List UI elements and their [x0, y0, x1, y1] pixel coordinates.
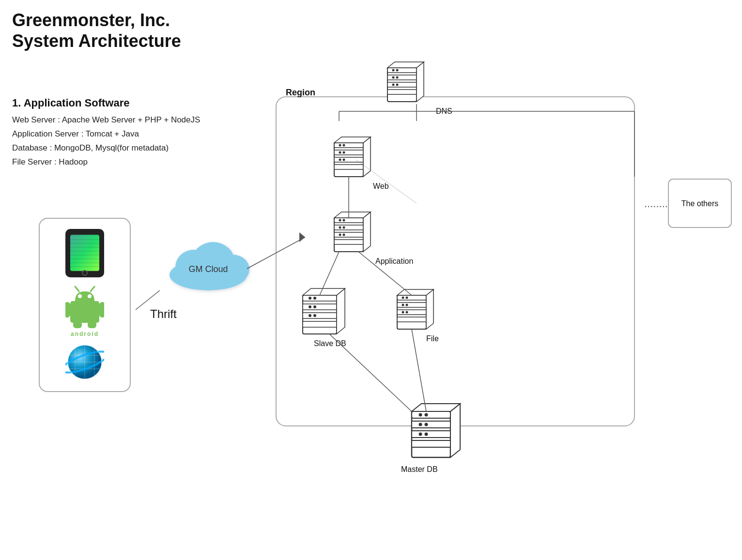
- svg-point-67: [339, 234, 341, 236]
- svg-point-35: [396, 69, 399, 72]
- svg-point-37: [396, 76, 399, 79]
- svg-point-68: [343, 234, 345, 236]
- svg-point-87: [402, 297, 404, 299]
- svg-point-79: [309, 314, 311, 317]
- svg-point-55: [339, 159, 341, 161]
- svg-point-53: [339, 151, 341, 154]
- svg-point-92: [406, 311, 408, 314]
- svg-rect-24: [276, 97, 634, 426]
- svg-text:File: File: [426, 334, 439, 343]
- page: Greenmonster, Inc. System Architecture 1…: [0, 0, 742, 560]
- svg-rect-47: [334, 143, 363, 148]
- svg-text:Application: Application: [375, 257, 413, 265]
- svg-text:........: ........: [644, 197, 668, 210]
- svg-rect-74: [303, 321, 337, 327]
- svg-point-36: [392, 76, 395, 79]
- svg-point-91: [402, 311, 404, 314]
- svg-text:Slave DB: Slave DB: [314, 339, 346, 348]
- svg-rect-83: [397, 295, 426, 300]
- svg-point-100: [425, 413, 428, 417]
- svg-point-66: [343, 227, 345, 229]
- svg-rect-32: [387, 82, 417, 87]
- svg-line-109: [329, 334, 412, 411]
- svg-point-89: [402, 304, 404, 306]
- svg-rect-49: [334, 157, 363, 162]
- svg-point-56: [343, 159, 345, 161]
- svg-rect-73: [303, 313, 337, 318]
- svg-rect-48: [334, 150, 363, 155]
- svg-line-110: [412, 329, 426, 411]
- svg-text:Region: Region: [286, 88, 315, 97]
- svg-rect-84: [397, 303, 426, 307]
- svg-point-51: [339, 144, 341, 147]
- svg-rect-98: [412, 440, 450, 447]
- svg-point-75: [309, 297, 311, 300]
- svg-point-99: [419, 413, 422, 417]
- svg-rect-33: [387, 90, 417, 94]
- svg-point-90: [406, 304, 408, 306]
- svg-point-104: [425, 433, 428, 436]
- svg-rect-30: [387, 68, 417, 73]
- svg-rect-61: [334, 232, 363, 237]
- svg-point-76: [313, 297, 316, 300]
- svg-point-78: [313, 305, 316, 308]
- svg-point-63: [339, 219, 341, 222]
- svg-text:The others: The others: [681, 199, 718, 208]
- svg-point-52: [343, 144, 345, 147]
- svg-point-88: [406, 297, 408, 299]
- svg-point-80: [313, 314, 316, 317]
- svg-line-111: [356, 160, 417, 203]
- svg-text:Web: Web: [373, 182, 389, 190]
- svg-point-101: [419, 423, 422, 426]
- svg-point-34: [392, 69, 395, 72]
- svg-rect-85: [397, 310, 426, 315]
- svg-rect-60: [334, 225, 363, 230]
- svg-point-38: [392, 84, 395, 86]
- svg-rect-86: [397, 317, 426, 322]
- svg-rect-97: [412, 431, 450, 438]
- svg-rect-71: [303, 295, 337, 301]
- svg-point-39: [396, 84, 399, 86]
- svg-rect-59: [334, 218, 363, 223]
- svg-point-102: [425, 423, 428, 426]
- svg-point-54: [343, 151, 345, 154]
- svg-point-64: [343, 219, 345, 222]
- svg-line-114: [136, 290, 160, 310]
- svg-text:Master DB: Master DB: [401, 465, 438, 473]
- svg-point-103: [419, 433, 422, 436]
- svg-rect-62: [334, 240, 363, 244]
- svg-rect-72: [303, 304, 337, 310]
- svg-point-65: [339, 227, 341, 229]
- architecture-diagram: Region The others ........ DNS: [0, 0, 742, 560]
- svg-rect-96: [412, 421, 450, 428]
- svg-rect-31: [387, 75, 417, 80]
- svg-rect-50: [334, 165, 363, 169]
- svg-rect-95: [412, 411, 450, 418]
- svg-point-77: [309, 305, 311, 308]
- svg-marker-113: [299, 232, 305, 242]
